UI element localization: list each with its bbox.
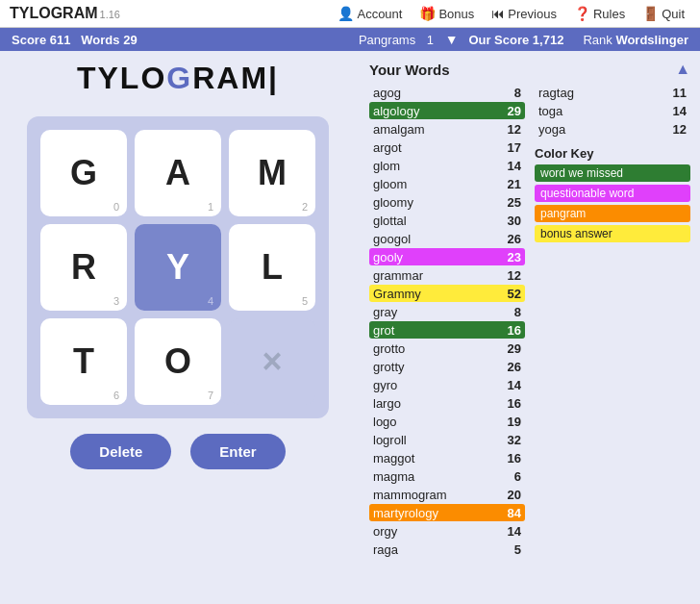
score-display: Score 611 (12, 33, 70, 47)
nav-previous[interactable]: ⏮ Previous (486, 4, 562, 23)
word-score: 84 (508, 506, 521, 520)
word-score: 16 (508, 323, 521, 338)
right-panel: Your Words ▲ agog8algology29amalgam12arg… (356, 51, 700, 588)
word-row: gyro14 (369, 376, 525, 393)
word-row: maggot16 (369, 449, 525, 466)
word-row: logroll32 (369, 431, 525, 448)
delete-button[interactable]: Delete (70, 434, 171, 469)
word-text-after: RAM (192, 61, 268, 95)
color-key-item: bonus answer (535, 225, 690, 242)
word-score: 21 (508, 177, 521, 191)
score-value: 611 (50, 33, 71, 47)
word-row: gooly23 (369, 248, 525, 265)
word-score: 17 (508, 140, 521, 155)
nav-account[interactable]: 👤 Account (332, 4, 408, 23)
word-score: 12 (508, 122, 521, 137)
rank-area: Rank Wordslinger (583, 33, 688, 47)
color-key: Color Key word we missedquestionable wor… (535, 146, 690, 245)
tile-0[interactable]: G 0 (40, 130, 127, 216)
tile-6[interactable]: T 6 (40, 318, 127, 405)
word-score: 26 (508, 232, 521, 246)
score-label: Score (12, 33, 46, 47)
word-row: toga14 (535, 102, 690, 119)
tile-2-number: 2 (302, 201, 308, 213)
word-score: 11 (673, 86, 687, 100)
word-row: martyrology84 (369, 504, 525, 521)
tile-1[interactable]: A 1 (135, 130, 221, 216)
pangrams-label: Pangrams (359, 33, 415, 47)
word-row: grammar12 (369, 266, 525, 284)
rank-label: Rank (583, 33, 612, 47)
pangrams-dropdown[interactable]: ▼ (445, 32, 459, 47)
tile-grid: G 0 A 1 M 2 R 3 Y 4 L 5 (27, 116, 329, 418)
word-name: grot (373, 323, 394, 338)
word-score: 8 (514, 305, 521, 319)
header: TYLOGRAM 1.16 👤 Account 🎁 Bonus ⏮ Previo… (0, 0, 700, 28)
word-score: 14 (508, 159, 521, 173)
sort-arrow[interactable]: ▲ (675, 61, 690, 78)
right-words-col: ragtag11toga14yoga12 Color Key word we m… (535, 84, 690, 578)
word-row: gloom21 (369, 175, 525, 192)
word-name: algology (373, 104, 419, 118)
word-row: mammogram20 (369, 486, 525, 503)
word-score: 14 (508, 524, 521, 539)
word-name: yoga (538, 122, 565, 137)
tile-0-number: 0 (113, 201, 119, 213)
pangrams-value: 1 (427, 33, 434, 47)
our-score-display: Our Score 1,712 (468, 33, 563, 47)
tile-7[interactable]: O 7 (135, 318, 221, 405)
tile-0-letter: G (70, 156, 97, 190)
word-score: 52 (508, 287, 521, 301)
button-row: Delete Enter (70, 434, 285, 469)
color-key-item: questionable word (535, 185, 690, 202)
word-name: grammar (373, 268, 423, 283)
word-name: agog (373, 86, 401, 100)
word-score: 26 (508, 360, 521, 374)
word-score: 29 (508, 104, 521, 118)
word-score: 32 (508, 433, 521, 447)
word-score: 19 (508, 415, 521, 429)
tile-1-number: 1 (208, 201, 213, 213)
word-name: raga (373, 542, 398, 557)
tile-7-number: 7 (208, 390, 213, 401)
left-panel: TYLOGRAM| G 0 A 1 M 2 R 3 Y 4 (0, 51, 356, 588)
main: TYLOGRAM| G 0 A 1 M 2 R 3 Y 4 (0, 51, 700, 588)
word-score: 29 (508, 341, 521, 356)
nav-previous-label: Previous (508, 7, 557, 21)
word-name: logo (373, 415, 397, 429)
enter-button[interactable]: Enter (190, 434, 285, 469)
word-row: agog8 (369, 84, 525, 101)
word-row: gloomy25 (369, 193, 525, 211)
your-words-title: Your Words (369, 62, 450, 78)
color-key-item: pangram (535, 205, 690, 222)
word-name: glottal (373, 214, 407, 228)
word-row: amalgam12 (369, 120, 525, 138)
logo-version: 1.16 (100, 9, 120, 20)
rank-value: Wordslinger (615, 33, 688, 47)
word-name: gooly (373, 250, 403, 264)
word-name: argot (373, 140, 402, 155)
tile-center[interactable]: Y 4 (135, 224, 221, 311)
word-score: 12 (673, 122, 687, 137)
word-score: 12 (508, 268, 521, 283)
word-name: logroll (373, 433, 407, 447)
word-display: TYLOGRAM| (77, 61, 279, 103)
tile-2-letter: M (258, 156, 287, 190)
tile-3[interactable]: R 3 (40, 224, 127, 311)
word-name: martyrology (373, 506, 438, 520)
word-score: 30 (508, 214, 521, 228)
tile-5[interactable]: L 5 (229, 224, 315, 311)
nav-rules-label: Rules (593, 7, 625, 21)
nav-quit-label: Quit (662, 7, 685, 21)
nav-bonus[interactable]: 🎁 Bonus (413, 4, 480, 23)
word-row: largo16 (369, 394, 525, 412)
tile-2[interactable]: M 2 (229, 130, 315, 216)
words-value: 29 (123, 33, 137, 47)
word-row: grotto29 (369, 340, 525, 357)
nav-rules[interactable]: ❓ Rules (568, 4, 631, 23)
word-name: largo (373, 396, 401, 411)
word-score: 23 (508, 250, 521, 264)
word-name: grotty (373, 360, 405, 374)
nav-bonus-label: Bonus (438, 7, 474, 21)
nav-quit[interactable]: 🚪 Quit (637, 4, 690, 23)
